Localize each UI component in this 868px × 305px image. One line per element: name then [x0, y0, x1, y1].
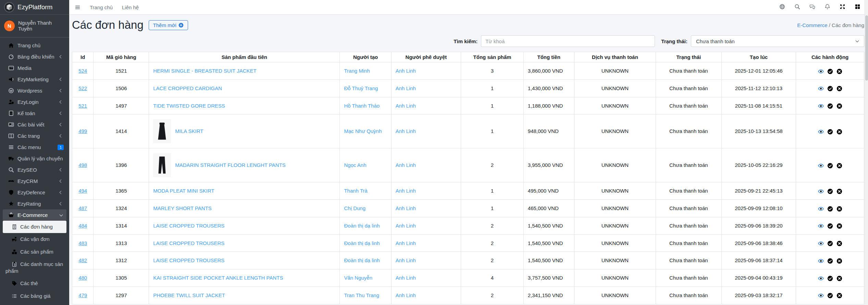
reject-button[interactable]	[836, 293, 842, 298]
product-link[interactable]: TIDE TWISTED GORE DRESS	[153, 103, 225, 109]
brand[interactable]: EzyPlatform	[0, 0, 69, 15]
bell-button[interactable]	[824, 4, 830, 11]
scrollbar-thumb[interactable]	[865, 15, 868, 81]
sidebar-item[interactable]: EzyCRM	[3, 175, 66, 187]
creator-link[interactable]: Đoàn thị dạ linh	[344, 223, 380, 229]
reject-button[interactable]	[836, 69, 842, 74]
approver-link[interactable]: Anh Linh	[396, 240, 416, 246]
nav-link-contact[interactable]: Liên hệ	[122, 4, 139, 10]
nav-link-home[interactable]: Trang chủ	[90, 4, 113, 10]
approve-button[interactable]	[827, 129, 833, 135]
view-button[interactable]	[818, 86, 824, 92]
creator-link[interactable]: Hồ Thanh Thảo	[344, 103, 380, 109]
reject-button[interactable]	[836, 206, 842, 212]
approver-link[interactable]: Anh Linh	[396, 162, 416, 168]
approver-link[interactable]: Anh Linh	[396, 205, 416, 211]
sidebar-item[interactable]: EzyLogin	[3, 96, 66, 108]
product-link[interactable]: KAI STRAIGHT SIDE POCKET ANKLE LENGTH PA…	[153, 275, 283, 281]
sidebar-subitem[interactable]: Các đơn hàng	[3, 221, 66, 233]
search-button[interactable]	[794, 4, 800, 11]
sidebar-item[interactable]: Wordpress	[3, 85, 66, 96]
creator-link[interactable]: Ngọc Anh	[344, 162, 366, 168]
reject-button[interactable]	[836, 86, 842, 92]
creator-link[interactable]: Đỗ Thuỷ Trang	[344, 85, 378, 91]
approver-link[interactable]: Anh Linh	[396, 103, 416, 109]
user-panel[interactable]: N Nguyễn Thanh Tuyền	[0, 15, 69, 38]
reject-button[interactable]	[836, 129, 842, 135]
scrollbar[interactable]	[865, 0, 868, 305]
hamburger-icon[interactable]	[75, 4, 80, 10]
view-button[interactable]	[818, 103, 824, 109]
product-link[interactable]: PHOEBE TWILL SUIT JACKET	[153, 292, 225, 298]
sidebar-item[interactable]: Các menu1	[3, 142, 66, 153]
sidebar-item[interactable]: Trang chủ	[3, 40, 66, 51]
product-link[interactable]: LAISE CROPPED TROUSERS	[153, 257, 224, 263]
sidebar-item[interactable]: Kế toán	[3, 108, 66, 119]
view-button[interactable]	[818, 206, 824, 212]
order-id-link[interactable]: 494	[78, 188, 87, 194]
approve-button[interactable]	[827, 241, 833, 246]
grid-button[interactable]	[855, 4, 860, 11]
order-id-link[interactable]: 479	[78, 292, 87, 298]
approve-button[interactable]	[827, 223, 833, 229]
creator-link[interactable]: Đoàn thị dạ linh	[344, 257, 380, 263]
order-id-link[interactable]: 482	[78, 257, 87, 263]
sidebar-item[interactable]: EzyMarketing	[3, 74, 66, 85]
sidebar-subitem[interactable]: Các sản phẩm	[3, 246, 66, 258]
view-button[interactable]	[818, 69, 824, 74]
approve-button[interactable]	[827, 103, 833, 109]
sidebar-item[interactable]: Quản lý vận chuyển	[3, 153, 66, 164]
order-id-link[interactable]: 524	[78, 68, 87, 74]
creator-link[interactable]: Mạc Như Quỳnh	[344, 128, 382, 134]
creator-link[interactable]: Chị Dung	[344, 205, 365, 211]
add-new-button[interactable]: Thêm mới	[149, 20, 188, 30]
approve-button[interactable]	[827, 258, 833, 264]
sidebar-subitem[interactable]: Các thẻ	[3, 277, 66, 290]
view-button[interactable]	[818, 223, 824, 229]
approver-link[interactable]: Anh Linh	[396, 85, 416, 91]
product-link[interactable]: MILA SKIRT	[175, 127, 203, 135]
sidebar-item[interactable]: Bảng điều khiển	[3, 51, 66, 62]
sidebar-item[interactable]: EzyRating	[3, 198, 66, 209]
view-button[interactable]	[818, 163, 824, 169]
reject-button[interactable]	[836, 103, 842, 109]
order-id-link[interactable]: 522	[78, 85, 87, 91]
approver-link[interactable]: Anh Linh	[396, 223, 416, 229]
reject-button[interactable]	[836, 276, 842, 281]
approver-link[interactable]: Anh Linh	[396, 188, 416, 194]
sidebar-subitem[interactable]: Các vận đơn	[3, 233, 66, 245]
approve-button[interactable]	[827, 86, 833, 92]
product-link[interactable]: MADARIN STRAIGHT FLOOR LENGHT PANTS	[175, 161, 286, 169]
sidebar-subitem[interactable]: Các bảng giá	[3, 290, 66, 302]
reject-button[interactable]	[836, 163, 842, 169]
sidebar-item[interactable]: E-Commerce	[3, 209, 66, 221]
product-link[interactable]: MARLEY SHORT PANTS	[153, 205, 212, 211]
expand-button[interactable]	[840, 4, 845, 11]
order-id-link[interactable]: 483	[78, 240, 87, 246]
product-link[interactable]: MODA PLEAT MINI SKIRT	[153, 188, 214, 194]
globe-button[interactable]	[779, 4, 785, 11]
creator-link[interactable]: Tran Thu Trang	[344, 292, 379, 298]
approve-button[interactable]	[827, 163, 833, 169]
order-id-link[interactable]: 487	[78, 205, 87, 211]
order-id-link[interactable]: 484	[78, 223, 87, 229]
product-link[interactable]: LAISE CROPPED TROUSERS	[153, 223, 224, 229]
order-id-link[interactable]: 521	[78, 103, 87, 109]
view-button[interactable]	[818, 293, 824, 298]
order-id-link[interactable]: 498	[78, 162, 87, 168]
sidebar-subitem[interactable]: Các danh mục sản phẩm	[3, 258, 66, 278]
approver-link[interactable]: Anh Linh	[396, 68, 416, 74]
breadcrumb-parent-link[interactable]: E-Commerce	[797, 22, 827, 28]
approver-link[interactable]: Anh Linh	[396, 275, 416, 281]
view-button[interactable]	[818, 276, 824, 281]
order-id-link[interactable]: 499	[78, 128, 87, 134]
view-button[interactable]	[818, 241, 824, 246]
reject-button[interactable]	[836, 188, 842, 194]
approve-button[interactable]	[827, 276, 833, 281]
sidebar-item[interactable]: EzySEO	[3, 164, 66, 175]
approve-button[interactable]	[827, 206, 833, 212]
search-input[interactable]	[481, 35, 655, 47]
creator-link[interactable]: Đoàn thị dạ linh	[344, 240, 380, 246]
product-link[interactable]: LAISE CROPPED TROUSERS	[153, 240, 224, 246]
creator-link[interactable]: Thanh Trà	[344, 188, 367, 194]
